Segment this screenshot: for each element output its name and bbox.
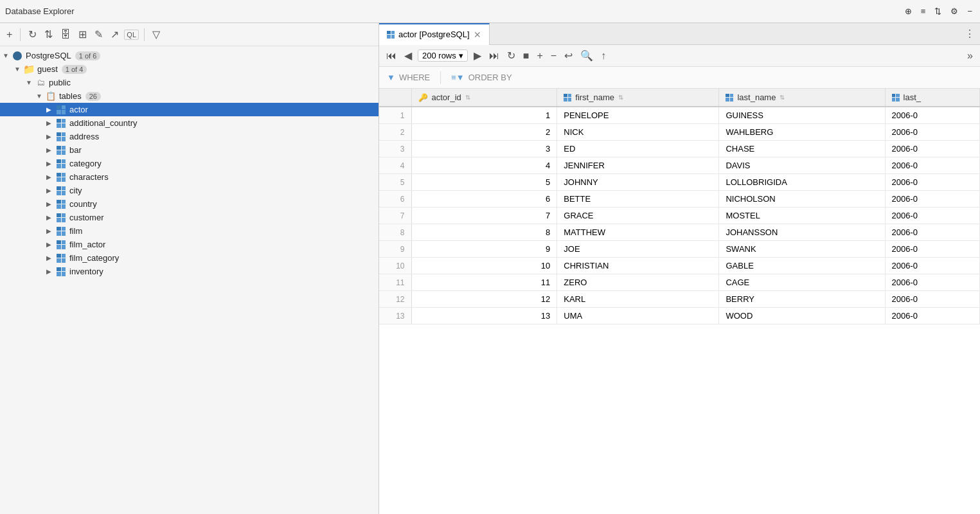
sort-icon-actor-id[interactable]: ⇅ <box>465 94 470 101</box>
table-col-icon-last-update <box>892 94 900 102</box>
cell-last-name: MOSTEL <box>719 208 885 224</box>
inventory-label: inventory <box>69 267 103 276</box>
tree-postgresql[interactable]: ▼ PostgreSQL 1 of 6 <box>0 49 379 62</box>
stop-btn[interactable]: ■ <box>521 49 531 62</box>
orderby-section[interactable]: ≡▼ ORDER BY <box>451 73 512 82</box>
sql-btn[interactable]: QL <box>124 30 139 40</box>
schema-btn[interactable]: 🗄 <box>58 28 73 42</box>
key-icon: 🔑 <box>418 93 428 102</box>
actor-id-col-label: actor_id <box>432 93 461 102</box>
table-row[interactable]: 4 4 JENNIFER DAVIS 2006-0 <box>379 157 980 174</box>
tree-item-customer[interactable]: ▶ customer <box>0 211 379 224</box>
prev-btn[interactable]: ◀ <box>402 49 414 62</box>
tree-tables[interactable]: ▼ 📋 tables 26 <box>0 89 379 103</box>
tree-item-inventory[interactable]: ▶ inventory <box>0 265 379 278</box>
table-row[interactable]: 1 1 PENELOPE GUINESS 2006-0 <box>379 107 980 124</box>
col-header-last-update[interactable]: last_ <box>885 89 979 107</box>
rows-selector[interactable]: 200 rows ▾ <box>418 49 468 62</box>
tree-item-additional-country[interactable]: ▶ additional_country <box>0 116 379 130</box>
tab-actor[interactable]: actor [PostgreSQL] ✕ <box>379 23 490 45</box>
next-btn[interactable]: ▶ <box>472 49 483 62</box>
col-header-actor-id[interactable]: 🔑 actor_id ⇅ <box>411 89 557 107</box>
tree-guest[interactable]: ▼ 📁 guest 1 of 4 <box>0 62 379 76</box>
table-icon-customer <box>55 213 67 222</box>
refresh-btn[interactable]: ↻ <box>26 27 39 42</box>
row-num: 5 <box>379 174 411 191</box>
guest-badge: 1 of 4 <box>62 65 87 74</box>
filter2-btn[interactable]: ⇅ <box>42 27 55 42</box>
col-header-last-name[interactable]: last_name ⇅ <box>719 89 885 107</box>
sort-icon-first-name[interactable]: ⇅ <box>618 94 623 101</box>
tree-item-film-actor[interactable]: ▶ film_actor <box>0 238 379 251</box>
filter3-btn[interactable]: ▽ <box>150 27 163 42</box>
filter-sep <box>440 71 441 84</box>
cell-actor-id: 5 <box>411 174 557 191</box>
table-icon-film <box>55 227 67 236</box>
add-datasource-btn[interactable]: ⊕ <box>902 5 914 17</box>
cell-first-name: UMA <box>557 308 719 324</box>
table-row[interactable]: 10 10 CHRISTIAN GABLE 2006-0 <box>379 258 980 274</box>
table-row[interactable]: 3 3 ED CHASE 2006-0 <box>379 141 980 157</box>
first-row-btn[interactable]: ⏮ <box>384 49 398 62</box>
main-layout: + ↻ ⇅ 🗄 ⊞ ✎ ↗ QL ▽ ▼ PostgreSQL 1 of 6 <box>0 23 980 514</box>
more-btn[interactable]: » <box>965 49 975 62</box>
row-num: 10 <box>379 258 411 274</box>
row-num: 9 <box>379 241 411 258</box>
rows-label: 200 rows <box>422 51 456 60</box>
up-btn[interactable]: ↑ <box>599 49 608 62</box>
search-btn[interactable]: 🔍 <box>578 49 595 62</box>
add-btn[interactable]: + <box>4 28 15 42</box>
cell-actor-id: 3 <box>411 141 557 157</box>
tree-item-city[interactable]: ▶ city <box>0 184 379 197</box>
tab-table-icon <box>387 31 395 39</box>
table-row[interactable]: 9 9 JOE SWANK 2006-0 <box>379 241 980 258</box>
add-row-btn[interactable]: + <box>535 49 544 62</box>
tab-more-btn[interactable]: ⋮ <box>959 28 980 40</box>
orderby-label: ORDER BY <box>468 73 512 82</box>
table-row[interactable]: 5 5 JOHNNY LOLLOBRIGIDA 2006-0 <box>379 174 980 191</box>
table-row[interactable]: 2 2 NICK WAHLBERG 2006-0 <box>379 124 980 141</box>
chevron-guest: ▼ <box>14 66 23 73</box>
table-row[interactable]: 12 12 KARL BERRY 2006-0 <box>379 291 980 308</box>
category-label: category <box>69 159 102 168</box>
table-row[interactable]: 13 13 UMA WOOD 2006-0 <box>379 308 980 324</box>
tab-close-btn[interactable]: ✕ <box>474 30 481 40</box>
db-explorer-title: Database Explorer <box>5 6 75 16</box>
table-col-icon-first-name <box>564 94 571 102</box>
close-panel-btn[interactable]: − <box>965 5 975 17</box>
tree-item-bar[interactable]: ▶ bar <box>0 143 379 157</box>
settings-btn[interactable]: ⚙ <box>948 5 961 17</box>
cell-actor-id: 10 <box>411 258 557 274</box>
where-section[interactable]: ▼ WHERE <box>387 73 430 82</box>
cell-actor-id: 13 <box>411 308 557 324</box>
grid2-btn[interactable]: ⊞ <box>76 27 89 42</box>
refresh-data-btn[interactable]: ↻ <box>505 49 517 62</box>
col-header-first-name[interactable]: first_name ⇅ <box>557 89 719 107</box>
filter-btn[interactable]: ⇅ <box>932 5 944 17</box>
tree-item-film-category[interactable]: ▶ film_category <box>0 251 379 265</box>
cell-first-name: MATTHEW <box>557 224 719 241</box>
table-row[interactable]: 11 11 ZERO CAGE 2006-0 <box>379 274 980 291</box>
cell-last-update: 2006-0 <box>885 174 979 191</box>
table-row[interactable]: 8 8 MATTHEW JOHANSSON 2006-0 <box>379 224 980 241</box>
edit-btn[interactable]: ✎ <box>92 27 105 42</box>
collapse-all-btn[interactable]: ≡ <box>918 5 929 17</box>
tree-item-actor[interactable]: ▶ actor <box>0 103 379 116</box>
table-row[interactable]: 6 6 BETTE NICHOLSON 2006-0 <box>379 191 980 208</box>
tree-public[interactable]: ▼ 🗂 public <box>0 76 379 89</box>
public-label: public <box>49 78 71 87</box>
table-row[interactable]: 7 7 GRACE MOSTEL 2006-0 <box>379 208 980 224</box>
cell-first-name: ZERO <box>557 274 719 291</box>
cell-last-update: 2006-0 <box>885 141 979 157</box>
jump-btn[interactable]: ↗ <box>108 27 121 42</box>
tree-item-category[interactable]: ▶ category <box>0 157 379 170</box>
tree-item-film[interactable]: ▶ film <box>0 224 379 238</box>
revert-btn[interactable]: ↩ <box>562 49 575 62</box>
cell-last-update: 2006-0 <box>885 308 979 324</box>
sort-icon-last-name[interactable]: ⇅ <box>780 94 785 101</box>
tree-item-characters[interactable]: ▶ characters <box>0 170 379 184</box>
remove-row-btn[interactable]: − <box>549 49 558 62</box>
tree-item-address[interactable]: ▶ address <box>0 130 379 143</box>
tree-item-country[interactable]: ▶ country <box>0 197 379 211</box>
last-btn[interactable]: ⏭ <box>487 49 501 62</box>
